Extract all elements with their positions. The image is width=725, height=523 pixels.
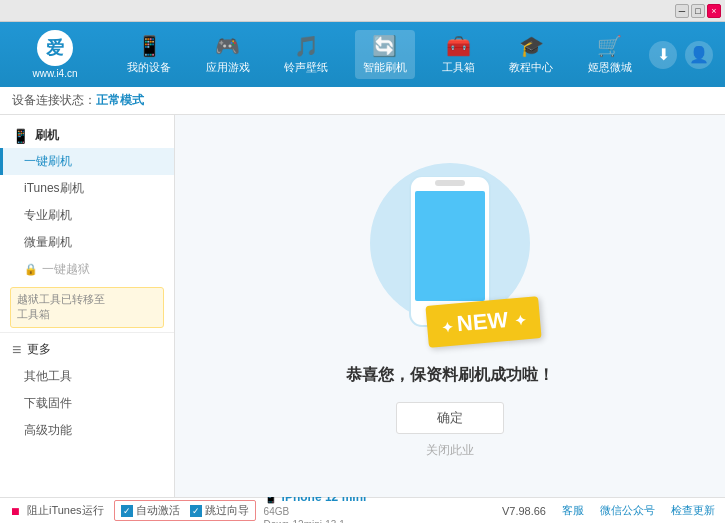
tutorial-icon: 🎓: [519, 34, 544, 58]
sidebar-more-label: 更多: [27, 341, 51, 358]
bottom-right: V7.98.66 客服 微信公众号 检查更新: [502, 503, 715, 518]
check-update-link[interactable]: 检查更新: [671, 503, 715, 518]
my-device-icon: 📱: [137, 34, 162, 58]
version-label: V7.98.66: [502, 505, 546, 517]
svg-rect-2: [435, 180, 465, 186]
device-model: Down-12mini-13,1: [264, 518, 367, 523]
nav-toolbox[interactable]: 🧰 工具箱: [434, 30, 483, 79]
download-button[interactable]: ⬇: [649, 41, 677, 69]
nav-my-device-label: 我的设备: [127, 60, 171, 75]
status-value: 正常模式: [96, 92, 144, 109]
stop-itunes-icon: ⏹: [10, 505, 21, 517]
title-bar: ─ □ ×: [0, 0, 725, 22]
nav-apps-label: 应用游戏: [206, 60, 250, 75]
maximize-button[interactable]: □: [691, 4, 705, 18]
nav-smart-flash[interactable]: 🔄 智能刷机: [355, 30, 415, 79]
smart-flash-icon: 🔄: [372, 34, 397, 58]
logo-icon: 爱: [37, 30, 73, 66]
close-button[interactable]: ×: [707, 4, 721, 18]
sidebar-item-jailbreak: 🔒 一键越狱: [0, 256, 174, 283]
wallpaper-icon: 🎵: [294, 34, 319, 58]
success-container: NEW 恭喜您，保资料刷机成功啦！ 确定 关闭此业: [346, 153, 554, 459]
sidebar-item-other-tools[interactable]: 其他工具: [0, 363, 174, 390]
close-link[interactable]: 关闭此业: [426, 442, 474, 459]
phone-illustration: NEW: [360, 153, 540, 353]
device-capacity: 64GB: [264, 505, 367, 518]
skip-wizard-label: 跳过向导: [205, 503, 249, 518]
sidebar-flash-section: 📱 刷机: [0, 123, 174, 148]
top-nav: 爱 www.i4.cn 📱 我的设备 🎮 应用游戏 🎵 铃声壁纸 🔄 智能刷机 …: [0, 22, 725, 87]
nav-items: 📱 我的设备 🎮 应用游戏 🎵 铃声壁纸 🔄 智能刷机 🧰 工具箱 🎓 教程中心…: [110, 30, 649, 79]
checkbox-group: ✓ 自动激活 ✓ 跳过向导: [114, 500, 256, 521]
more-icon: ≡: [12, 341, 21, 359]
nav-tutorial-label: 教程中心: [509, 60, 553, 75]
nav-right: ⬇ 👤: [649, 41, 725, 69]
sidebar-item-one-key[interactable]: 一键刷机: [0, 148, 174, 175]
skip-wizard-checkbox[interactable]: ✓ 跳过向导: [190, 503, 249, 518]
sidebar-item-pro-flash[interactable]: 专业刷机: [0, 202, 174, 229]
auto-connect-check-icon: ✓: [121, 505, 133, 517]
nav-wallpaper[interactable]: 🎵 铃声壁纸: [276, 30, 336, 79]
main-area: 📱 刷机 一键刷机 iTunes刷机 专业刷机 微量刷机 🔒 一键越狱 越狱工具…: [0, 115, 725, 497]
main-content: NEW 恭喜您，保资料刷机成功啦！ 确定 关闭此业: [175, 115, 725, 497]
store-icon: 🛒: [597, 34, 622, 58]
sidebar-item-advanced[interactable]: 高级功能: [0, 417, 174, 444]
nav-apps-games[interactable]: 🎮 应用游戏: [198, 30, 258, 79]
new-badge: NEW: [425, 296, 542, 348]
auto-connect-label: 自动激活: [136, 503, 180, 518]
auto-connect-checkbox[interactable]: ✓ 自动激活: [121, 503, 180, 518]
sidebar-more-section: ≡ 更多: [0, 337, 174, 363]
sidebar-notice: 越狱工具已转移至工具箱: [10, 287, 164, 328]
nav-tutorial[interactable]: 🎓 教程中心: [501, 30, 561, 79]
nav-store[interactable]: 🛒 姬恩微城: [580, 30, 640, 79]
nav-toolbox-label: 工具箱: [442, 60, 475, 75]
status-bar: 设备连接状态： 正常模式: [0, 87, 725, 115]
nav-store-label: 姬恩微城: [588, 60, 632, 75]
confirm-button[interactable]: 确定: [396, 402, 504, 434]
stop-itunes-label: 阻止iTunes运行: [27, 503, 104, 518]
logo-area: 爱 www.i4.cn: [0, 30, 110, 79]
apps-icon: 🎮: [215, 34, 240, 58]
lock-icon: 🔒: [24, 263, 38, 276]
minimize-button[interactable]: ─: [675, 4, 689, 18]
success-text: 恭喜您，保资料刷机成功啦！: [346, 365, 554, 386]
nav-my-device[interactable]: 📱 我的设备: [119, 30, 179, 79]
nav-wallpaper-label: 铃声壁纸: [284, 60, 328, 75]
flash-section-icon: 📱: [12, 128, 29, 144]
toolbox-icon: 🧰: [446, 34, 471, 58]
sidebar-item-data-flash[interactable]: 微量刷机: [0, 229, 174, 256]
logo-text: www.i4.cn: [32, 68, 77, 79]
sidebar-item-itunes[interactable]: iTunes刷机: [0, 175, 174, 202]
user-button[interactable]: 👤: [685, 41, 713, 69]
skip-wizard-check-icon: ✓: [190, 505, 202, 517]
sidebar: 📱 刷机 一键刷机 iTunes刷机 专业刷机 微量刷机 🔒 一键越狱 越狱工具…: [0, 115, 175, 497]
wechat-link[interactable]: 微信公众号: [600, 503, 655, 518]
service-link[interactable]: 客服: [562, 503, 584, 518]
sidebar-divider: [0, 332, 174, 333]
status-prefix: 设备连接状态：: [12, 92, 96, 109]
bottom-bar: ⏹ 阻止iTunes运行 ✓ 自动激活 ✓ 跳过向导 📱 iPhone 12 m…: [0, 497, 725, 523]
sidebar-flash-label: 刷机: [35, 127, 59, 144]
nav-smart-flash-label: 智能刷机: [363, 60, 407, 75]
sidebar-item-download-fw[interactable]: 下载固件: [0, 390, 174, 417]
svg-rect-1: [415, 191, 485, 301]
